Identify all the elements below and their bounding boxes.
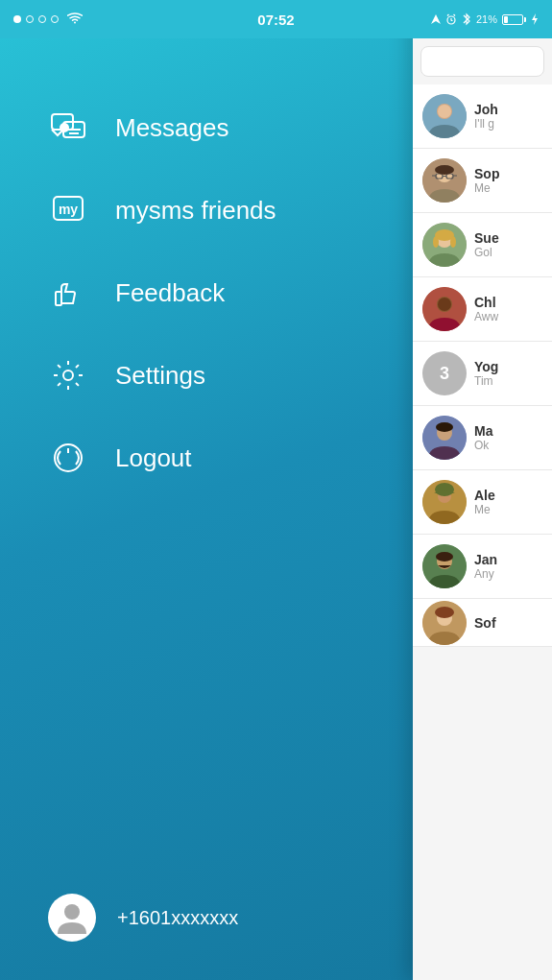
location-icon <box>431 14 441 24</box>
conversation-info: Yog Tim <box>474 359 542 388</box>
battery-percentage: 21% <box>476 13 497 25</box>
conversation-info: Sue Gol <box>474 230 542 259</box>
conversation-item[interactable]: Chl Aww <box>413 277 552 342</box>
avatar <box>422 158 467 203</box>
contact-name: Joh <box>474 102 542 117</box>
svg-marker-0 <box>431 14 441 24</box>
svg-point-28 <box>435 165 454 175</box>
svg-point-48 <box>435 607 454 618</box>
conversation-info: Sof <box>474 615 542 631</box>
message-preview: Gol <box>474 246 542 259</box>
conversation-item[interactable]: Ale Me <box>413 470 552 535</box>
svg-point-20 <box>438 105 451 118</box>
contact-avatar-image <box>422 223 467 267</box>
feedback-label: Feedback <box>115 278 225 308</box>
bluetooth-icon <box>462 12 471 26</box>
contact-avatar-image <box>422 287 467 331</box>
svg-rect-13 <box>56 292 61 305</box>
svg-line-4 <box>447 14 449 16</box>
contact-avatar-image <box>422 158 467 203</box>
avatar <box>422 94 467 138</box>
messages-label: Messages <box>115 113 229 143</box>
conversations-panel: Joh I'll g <box>413 0 552 980</box>
conversation-item[interactable]: Joh I'll g <box>413 84 552 149</box>
svg-point-33 <box>450 236 456 248</box>
message-preview: Tim <box>474 374 542 388</box>
conversation-item[interactable]: Jan Any <box>413 535 552 599</box>
avatar <box>422 544 467 588</box>
menu-item-mysms-friends[interactable]: my mysms friends <box>48 169 413 251</box>
contact-name: Chl <box>474 295 542 310</box>
conversation-info: Joh I'll g <box>474 102 542 131</box>
contact-name: Sof <box>474 615 542 631</box>
user-avatar <box>48 894 96 942</box>
conversation-item[interactable]: Sue Gol <box>413 213 552 277</box>
contact-avatar-image <box>422 601 467 645</box>
logout-icon <box>48 438 88 478</box>
message-preview: Aww <box>474 310 542 323</box>
svg-point-39 <box>436 422 453 432</box>
contact-name: Sop <box>474 166 542 181</box>
time-display: 07:52 <box>257 12 294 28</box>
svg-point-42 <box>435 483 454 496</box>
status-bar: 07:52 21% <box>0 0 552 38</box>
contact-name: Yog <box>474 359 542 374</box>
feedback-icon <box>48 273 88 313</box>
conversation-info: Jan Any <box>474 552 542 581</box>
svg-point-14 <box>63 370 73 380</box>
contact-name: Jan <box>474 552 542 567</box>
message-preview: I'll g <box>474 117 542 131</box>
navigation-drawer: Messages my mysms friends F <box>0 0 413 980</box>
signal-dot-4 <box>51 15 59 23</box>
contact-name: Ma <box>474 423 542 439</box>
conversation-info: Ma Ok <box>474 423 542 452</box>
settings-label: Settings <box>115 361 205 391</box>
avatar <box>422 480 467 524</box>
conversation-item[interactable]: Ma Ok <box>413 406 552 470</box>
message-preview: Me <box>474 181 542 195</box>
battery-icon <box>502 14 526 25</box>
svg-point-17 <box>64 904 80 920</box>
avatar <box>422 416 467 460</box>
svg-text:my: my <box>59 202 78 217</box>
conversations-list: Joh I'll g <box>413 84 552 980</box>
svg-line-5 <box>453 14 455 16</box>
svg-point-36 <box>438 298 451 311</box>
status-right-icons: 21% <box>431 12 539 26</box>
svg-point-32 <box>433 236 439 248</box>
conversation-info: Chl Aww <box>474 295 542 323</box>
svg-point-45 <box>436 552 453 562</box>
conversation-item[interactable]: 3 Yog Tim <box>413 342 552 406</box>
mysms-friends-icon: my <box>48 190 88 230</box>
contact-name: Ale <box>474 488 542 503</box>
signal-dot-2 <box>26 15 34 23</box>
contact-name: Sue <box>474 230 542 246</box>
menu-item-settings[interactable]: Settings <box>48 334 413 417</box>
avatar-count: 3 <box>422 351 467 395</box>
message-preview: Any <box>474 567 542 581</box>
signal-indicators <box>13 12 83 27</box>
menu-item-feedback[interactable]: Feedback <box>48 251 413 334</box>
avatar <box>422 601 467 645</box>
phone-number: +1601xxxxxxx <box>117 907 238 929</box>
conversation-info: Ale Me <box>474 488 542 516</box>
conversation-item[interactable]: Sof <box>413 599 552 647</box>
alarm-icon <box>445 13 457 25</box>
conversation-item[interactable]: Sop Me <box>413 149 552 213</box>
contact-avatar-image <box>422 94 467 138</box>
menu-item-messages[interactable]: Messages <box>48 86 413 169</box>
logout-label: Logout <box>115 443 192 473</box>
contact-avatar-image <box>422 544 467 588</box>
contact-avatar-image <box>422 480 467 524</box>
wifi-icon <box>67 12 83 27</box>
settings-icon <box>48 355 88 395</box>
charging-icon <box>531 13 539 25</box>
mysms-friends-label: mysms friends <box>115 196 276 226</box>
drawer-footer: +1601xxxxxxx <box>0 865 413 980</box>
search-bar[interactable] <box>420 46 544 77</box>
avatar <box>422 287 467 331</box>
message-preview: Me <box>474 503 542 516</box>
contact-avatar-image <box>422 416 467 460</box>
menu-item-logout[interactable]: Logout <box>48 417 413 499</box>
drawer-menu: Messages my mysms friends F <box>0 38 413 865</box>
